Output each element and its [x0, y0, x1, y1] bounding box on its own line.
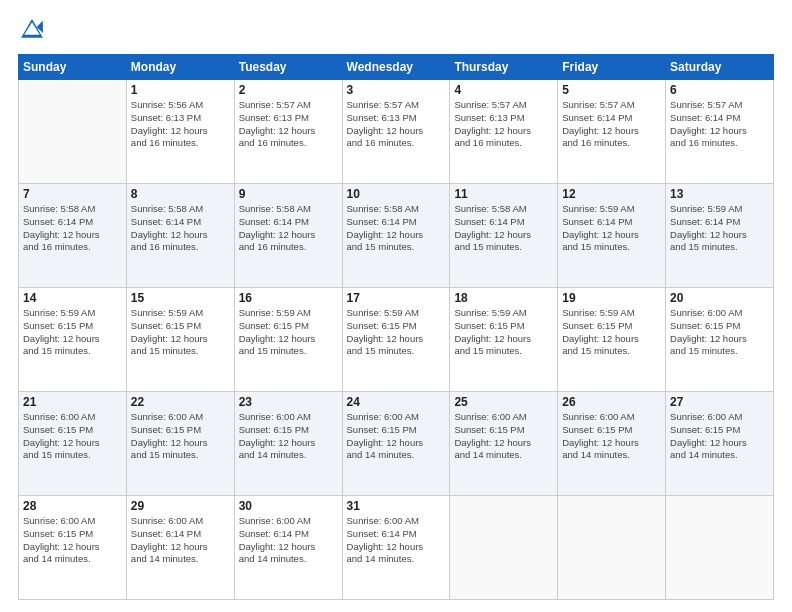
day-number: 31: [347, 499, 446, 513]
calendar-cell: 29Sunrise: 6:00 AM Sunset: 6:14 PM Dayli…: [126, 496, 234, 600]
day-number: 23: [239, 395, 338, 409]
day-info: Sunrise: 5:58 AM Sunset: 6:14 PM Dayligh…: [347, 203, 446, 254]
calendar-cell: 1Sunrise: 5:56 AM Sunset: 6:13 PM Daylig…: [126, 80, 234, 184]
calendar-cell: 3Sunrise: 5:57 AM Sunset: 6:13 PM Daylig…: [342, 80, 450, 184]
svg-marker-1: [24, 22, 40, 34]
weekday-header-wednesday: Wednesday: [342, 55, 450, 80]
day-info: Sunrise: 5:57 AM Sunset: 6:14 PM Dayligh…: [562, 99, 661, 150]
calendar-cell: [558, 496, 666, 600]
day-number: 9: [239, 187, 338, 201]
day-number: 5: [562, 83, 661, 97]
day-info: Sunrise: 5:56 AM Sunset: 6:13 PM Dayligh…: [131, 99, 230, 150]
calendar-cell: 5Sunrise: 5:57 AM Sunset: 6:14 PM Daylig…: [558, 80, 666, 184]
calendar-cell: 16Sunrise: 5:59 AM Sunset: 6:15 PM Dayli…: [234, 288, 342, 392]
day-number: 1: [131, 83, 230, 97]
day-info: Sunrise: 6:00 AM Sunset: 6:14 PM Dayligh…: [131, 515, 230, 566]
day-number: 13: [670, 187, 769, 201]
day-info: Sunrise: 5:59 AM Sunset: 6:15 PM Dayligh…: [454, 307, 553, 358]
calendar-cell: 17Sunrise: 5:59 AM Sunset: 6:15 PM Dayli…: [342, 288, 450, 392]
calendar-week-row: 14Sunrise: 5:59 AM Sunset: 6:15 PM Dayli…: [19, 288, 774, 392]
day-number: 4: [454, 83, 553, 97]
weekday-header-tuesday: Tuesday: [234, 55, 342, 80]
calendar-cell: 12Sunrise: 5:59 AM Sunset: 6:14 PM Dayli…: [558, 184, 666, 288]
day-info: Sunrise: 6:00 AM Sunset: 6:15 PM Dayligh…: [23, 411, 122, 462]
day-info: Sunrise: 5:59 AM Sunset: 6:14 PM Dayligh…: [562, 203, 661, 254]
calendar-cell: 7Sunrise: 5:58 AM Sunset: 6:14 PM Daylig…: [19, 184, 127, 288]
day-info: Sunrise: 5:58 AM Sunset: 6:14 PM Dayligh…: [454, 203, 553, 254]
day-number: 8: [131, 187, 230, 201]
header: [18, 16, 774, 44]
calendar-week-row: 28Sunrise: 6:00 AM Sunset: 6:15 PM Dayli…: [19, 496, 774, 600]
calendar-cell: [666, 496, 774, 600]
day-number: 11: [454, 187, 553, 201]
day-info: Sunrise: 5:59 AM Sunset: 6:15 PM Dayligh…: [239, 307, 338, 358]
day-info: Sunrise: 5:59 AM Sunset: 6:15 PM Dayligh…: [562, 307, 661, 358]
day-number: 29: [131, 499, 230, 513]
day-number: 2: [239, 83, 338, 97]
calendar-cell: 31Sunrise: 6:00 AM Sunset: 6:14 PM Dayli…: [342, 496, 450, 600]
day-info: Sunrise: 5:58 AM Sunset: 6:14 PM Dayligh…: [239, 203, 338, 254]
calendar-cell: 8Sunrise: 5:58 AM Sunset: 6:14 PM Daylig…: [126, 184, 234, 288]
day-info: Sunrise: 5:57 AM Sunset: 6:14 PM Dayligh…: [670, 99, 769, 150]
weekday-header-friday: Friday: [558, 55, 666, 80]
day-info: Sunrise: 6:00 AM Sunset: 6:14 PM Dayligh…: [239, 515, 338, 566]
calendar-cell: 20Sunrise: 6:00 AM Sunset: 6:15 PM Dayli…: [666, 288, 774, 392]
day-number: 28: [23, 499, 122, 513]
day-info: Sunrise: 5:59 AM Sunset: 6:15 PM Dayligh…: [347, 307, 446, 358]
day-info: Sunrise: 6:00 AM Sunset: 6:15 PM Dayligh…: [23, 515, 122, 566]
calendar-cell: [19, 80, 127, 184]
day-info: Sunrise: 6:00 AM Sunset: 6:15 PM Dayligh…: [131, 411, 230, 462]
calendar-week-row: 7Sunrise: 5:58 AM Sunset: 6:14 PM Daylig…: [19, 184, 774, 288]
day-number: 20: [670, 291, 769, 305]
calendar-cell: 10Sunrise: 5:58 AM Sunset: 6:14 PM Dayli…: [342, 184, 450, 288]
day-number: 6: [670, 83, 769, 97]
day-info: Sunrise: 6:00 AM Sunset: 6:15 PM Dayligh…: [239, 411, 338, 462]
day-info: Sunrise: 6:00 AM Sunset: 6:15 PM Dayligh…: [454, 411, 553, 462]
weekday-header-saturday: Saturday: [666, 55, 774, 80]
calendar-cell: 6Sunrise: 5:57 AM Sunset: 6:14 PM Daylig…: [666, 80, 774, 184]
calendar-cell: 23Sunrise: 6:00 AM Sunset: 6:15 PM Dayli…: [234, 392, 342, 496]
calendar-cell: 9Sunrise: 5:58 AM Sunset: 6:14 PM Daylig…: [234, 184, 342, 288]
day-number: 3: [347, 83, 446, 97]
day-number: 18: [454, 291, 553, 305]
day-number: 17: [347, 291, 446, 305]
calendar-week-row: 21Sunrise: 6:00 AM Sunset: 6:15 PM Dayli…: [19, 392, 774, 496]
calendar-cell: 14Sunrise: 5:59 AM Sunset: 6:15 PM Dayli…: [19, 288, 127, 392]
calendar-header-row: SundayMondayTuesdayWednesdayThursdayFrid…: [19, 55, 774, 80]
day-number: 25: [454, 395, 553, 409]
day-number: 16: [239, 291, 338, 305]
day-info: Sunrise: 5:58 AM Sunset: 6:14 PM Dayligh…: [23, 203, 122, 254]
calendar-cell: 30Sunrise: 6:00 AM Sunset: 6:14 PM Dayli…: [234, 496, 342, 600]
calendar-cell: 26Sunrise: 6:00 AM Sunset: 6:15 PM Dayli…: [558, 392, 666, 496]
calendar-cell: 28Sunrise: 6:00 AM Sunset: 6:15 PM Dayli…: [19, 496, 127, 600]
day-info: Sunrise: 5:57 AM Sunset: 6:13 PM Dayligh…: [239, 99, 338, 150]
day-info: Sunrise: 5:57 AM Sunset: 6:13 PM Dayligh…: [454, 99, 553, 150]
day-info: Sunrise: 5:59 AM Sunset: 6:15 PM Dayligh…: [131, 307, 230, 358]
day-info: Sunrise: 5:59 AM Sunset: 6:15 PM Dayligh…: [23, 307, 122, 358]
day-number: 12: [562, 187, 661, 201]
day-number: 10: [347, 187, 446, 201]
day-number: 15: [131, 291, 230, 305]
day-info: Sunrise: 6:00 AM Sunset: 6:15 PM Dayligh…: [347, 411, 446, 462]
logo-icon: [18, 16, 46, 44]
day-info: Sunrise: 6:00 AM Sunset: 6:15 PM Dayligh…: [562, 411, 661, 462]
calendar-cell: 22Sunrise: 6:00 AM Sunset: 6:15 PM Dayli…: [126, 392, 234, 496]
day-number: 7: [23, 187, 122, 201]
calendar-table: SundayMondayTuesdayWednesdayThursdayFrid…: [18, 54, 774, 600]
page: SundayMondayTuesdayWednesdayThursdayFrid…: [0, 0, 792, 612]
logo: [18, 16, 50, 44]
day-info: Sunrise: 6:00 AM Sunset: 6:14 PM Dayligh…: [347, 515, 446, 566]
calendar-week-row: 1Sunrise: 5:56 AM Sunset: 6:13 PM Daylig…: [19, 80, 774, 184]
calendar-cell: 13Sunrise: 5:59 AM Sunset: 6:14 PM Dayli…: [666, 184, 774, 288]
day-info: Sunrise: 6:00 AM Sunset: 6:15 PM Dayligh…: [670, 411, 769, 462]
day-number: 26: [562, 395, 661, 409]
day-info: Sunrise: 5:59 AM Sunset: 6:14 PM Dayligh…: [670, 203, 769, 254]
day-number: 19: [562, 291, 661, 305]
calendar-cell: 21Sunrise: 6:00 AM Sunset: 6:15 PM Dayli…: [19, 392, 127, 496]
weekday-header-monday: Monday: [126, 55, 234, 80]
weekday-header-sunday: Sunday: [19, 55, 127, 80]
day-info: Sunrise: 6:00 AM Sunset: 6:15 PM Dayligh…: [670, 307, 769, 358]
day-number: 27: [670, 395, 769, 409]
day-number: 21: [23, 395, 122, 409]
day-number: 24: [347, 395, 446, 409]
